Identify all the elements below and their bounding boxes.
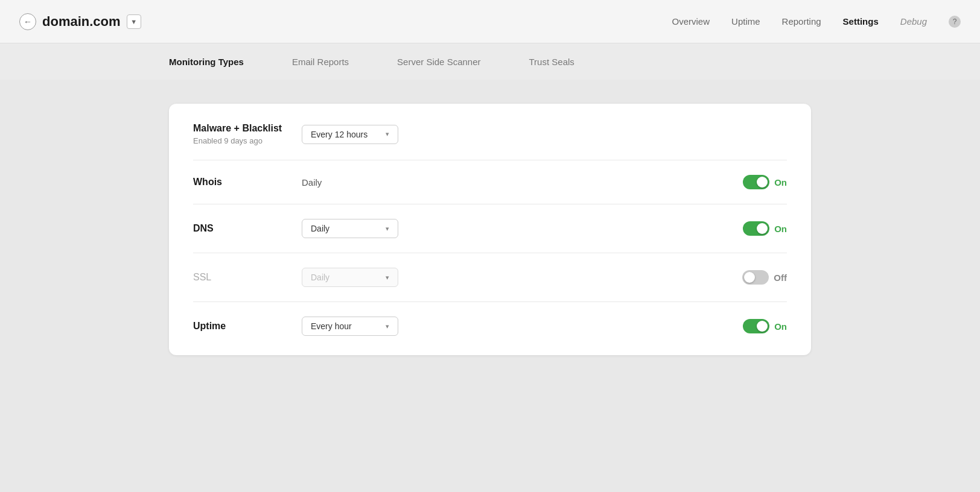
ssl-frequency-dropdown: Daily▾ [302, 268, 398, 287]
ssl-frequency-value: Daily [311, 273, 329, 282]
whois-label: Whois [193, 177, 222, 187]
uptime-toggle-col: On [714, 319, 787, 333]
uptime-frequency-col: Every hour▾ [302, 317, 714, 336]
monitoring-row-ssl: SSLDaily▾Off [193, 253, 787, 302]
ssl-chevron-icon: ▾ [386, 274, 389, 282]
back-button[interactable]: ← [19, 13, 36, 30]
uptime-chevron-icon: ▾ [386, 323, 389, 330]
whois-toggle[interactable] [743, 175, 769, 189]
whois-toggle-col: On [714, 175, 787, 189]
whois-frequency-col: Daily [302, 177, 714, 188]
dns-frequency-value: Daily [311, 224, 329, 233]
nav-reporting[interactable]: Reporting [782, 16, 821, 27]
nav-uptime[interactable]: Uptime [731, 16, 760, 27]
uptime-toggle-slider [743, 319, 769, 333]
nav-settings[interactable]: Settings [843, 16, 879, 27]
monitoring-card: Malware + BlacklistEnabled 9 days agoEve… [169, 104, 811, 355]
malware-frequency-col: Every 12 hours▾ [302, 125, 714, 144]
main-content: Malware + BlacklistEnabled 9 days agoEve… [0, 80, 980, 379]
malware-frequency-value: Every 12 hours [311, 130, 368, 139]
domain-dropdown-button[interactable]: ▼ [127, 14, 141, 29]
whois-toggle-slider [743, 175, 769, 189]
dns-frequency-col: Daily▾ [302, 219, 714, 238]
nav-overview[interactable]: Overview [672, 16, 710, 27]
nav-debug[interactable]: Debug [900, 16, 927, 27]
header: ← domain.com ▼ Overview Uptime Reporting… [0, 0, 980, 43]
uptime-label: Uptime [193, 321, 226, 331]
whois-label-col: Whois [193, 177, 302, 188]
dns-label: DNS [193, 223, 214, 233]
ssl-toggle-col: Off [714, 270, 787, 285]
tab-email-reports[interactable]: Email Reports [292, 54, 349, 69]
monitoring-row-dns: DNSDaily▾On [193, 204, 787, 253]
tab-trust-seals[interactable]: Trust Seals [529, 54, 574, 69]
header-nav: Overview Uptime Reporting Settings Debug… [672, 16, 961, 28]
whois-toggle-label: On [774, 177, 787, 188]
uptime-toggle[interactable] [743, 319, 769, 333]
sub-nav: Monitoring Types Email Reports Server Si… [0, 43, 980, 80]
malware-frequency-dropdown[interactable]: Every 12 hours▾ [302, 125, 398, 144]
malware-label: Malware + Blacklist [193, 123, 282, 133]
dns-toggle-label: On [774, 224, 787, 234]
dns-toggle-knob [757, 223, 768, 234]
monitoring-row-uptime: UptimeEvery hour▾On [193, 302, 787, 336]
ssl-toggle-knob [744, 272, 755, 283]
dns-toggle-col: On [714, 221, 787, 236]
monitoring-row-whois: WhoisDailyOn [193, 160, 787, 204]
malware-label-col: Malware + BlacklistEnabled 9 days ago [193, 123, 302, 145]
uptime-toggle-label: On [774, 321, 787, 332]
uptime-toggle-knob [757, 321, 768, 332]
uptime-frequency-dropdown[interactable]: Every hour▾ [302, 317, 398, 336]
dns-toggle[interactable] [743, 221, 769, 236]
domain-title: domain.com [42, 14, 121, 30]
ssl-toggle-label: Off [774, 273, 787, 283]
dns-label-col: DNS [193, 223, 302, 234]
monitoring-row-malware: Malware + BlacklistEnabled 9 days agoEve… [193, 123, 787, 160]
ssl-label: SSL [193, 272, 211, 282]
ssl-frequency-col: Daily▾ [302, 268, 714, 287]
tab-server-side-scanner[interactable]: Server Side Scanner [397, 54, 480, 69]
uptime-label-col: Uptime [193, 321, 302, 332]
ssl-label-col: SSL [193, 272, 302, 283]
ssl-toggle[interactable] [742, 270, 769, 285]
malware-sublabel: Enabled 9 days ago [193, 136, 302, 145]
whois-toggle-knob [757, 177, 768, 188]
ssl-toggle-slider [742, 270, 769, 285]
help-icon[interactable]: ? [949, 16, 961, 28]
whois-frequency-value: Daily [302, 177, 322, 188]
tab-monitoring-types[interactable]: Monitoring Types [169, 54, 244, 69]
uptime-frequency-value: Every hour [311, 321, 352, 331]
header-left: ← domain.com ▼ [19, 13, 672, 30]
malware-chevron-icon: ▾ [386, 130, 389, 138]
dns-frequency-dropdown[interactable]: Daily▾ [302, 219, 398, 238]
dns-toggle-slider [743, 221, 769, 236]
dns-chevron-icon: ▾ [386, 225, 389, 233]
